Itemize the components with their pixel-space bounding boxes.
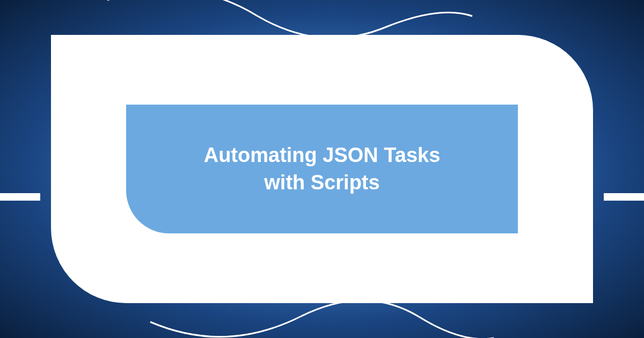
banner-title: Automating JSON Tasks with Scripts [182,142,462,197]
inner-panel: Automating JSON Tasks with Scripts [126,105,518,233]
horizontal-accent-right [604,193,644,201]
title-line-1: Automating JSON Tasks [204,144,441,166]
horizontal-accent-left [0,193,40,201]
title-line-2: with Scripts [264,171,379,194]
